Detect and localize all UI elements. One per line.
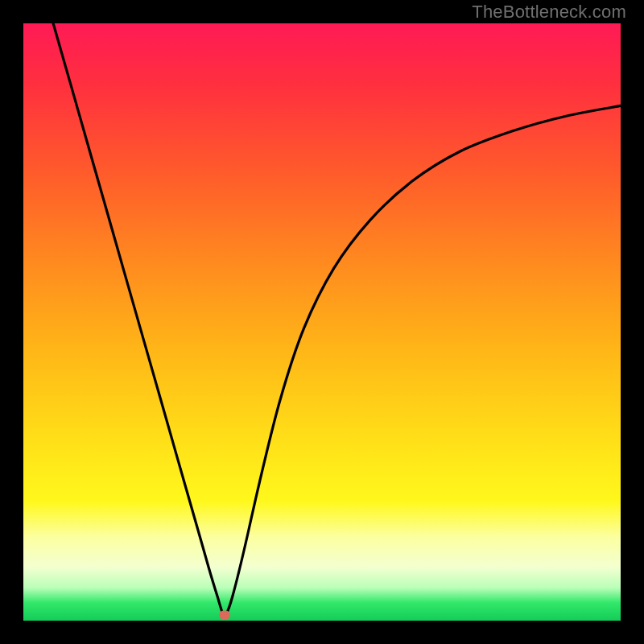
chart-container: TheBottleneck.com — [0, 0, 644, 644]
attribution-text: TheBottleneck.com — [472, 2, 626, 23]
bottleneck-curve — [53, 23, 621, 616]
optimum-marker — [219, 610, 230, 619]
plot-area — [23, 23, 621, 621]
curve-svg — [23, 23, 621, 621]
